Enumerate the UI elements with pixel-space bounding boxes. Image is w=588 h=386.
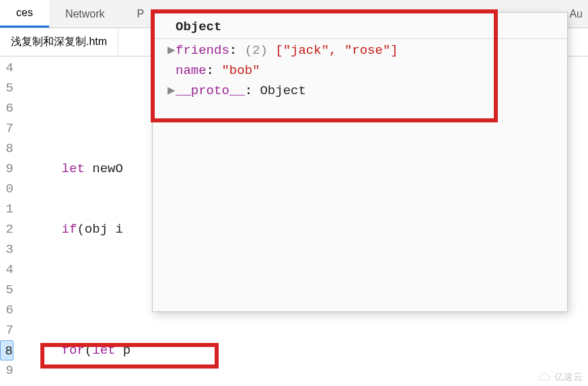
current-line-marker: 8	[0, 340, 13, 360]
tooltip-row-proto[interactable]: ▶ __proto__: Object	[159, 81, 560, 101]
line-gutter: 4 5 6 7 8 9 0 1 2 3 4 5 6 7 8 9 0	[0, 56, 13, 386]
tooltip-row-friends[interactable]: ▶ friends: (2) ["jack", "rose"]	[159, 40, 560, 61]
tooltip-title: Object	[159, 17, 560, 37]
tab-network[interactable]: Network	[49, 0, 121, 28]
watermark: 亿速云	[537, 371, 583, 383]
tab-sources[interactable]: ces	[0, 0, 49, 28]
expand-caret-icon[interactable]: ▶	[168, 81, 176, 101]
cloud-icon	[537, 373, 552, 382]
code-lines[interactable]: let newO if(obj i for(let p newObj[ } re…	[13, 56, 172, 386]
tooltip-row-name[interactable]: name: "bob"	[159, 61, 560, 81]
expand-caret-icon[interactable]: ▶	[168, 40, 176, 61]
object-inspector-popover[interactable]: Object ▶ friends: (2) ["jack", "rose"] n…	[152, 12, 568, 312]
file-tab[interactable]: 浅复制和深复制.htm	[0, 28, 118, 56]
